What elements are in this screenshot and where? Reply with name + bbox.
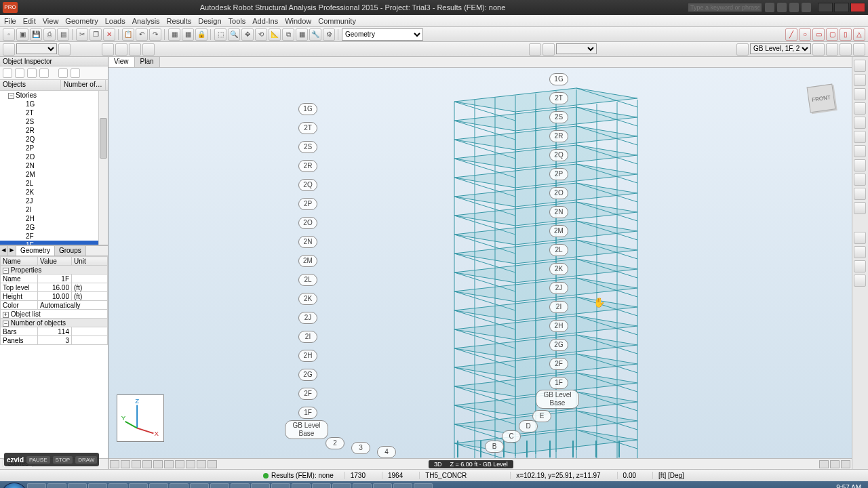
copy-icon[interactable]: ❐ [90, 28, 102, 41]
start-button[interactable] [3, 483, 26, 488]
calc-icon[interactable]: ▦ [296, 28, 308, 41]
select-icon[interactable] [542, 43, 555, 56]
tree-item[interactable]: 2P [0, 144, 108, 152]
view-btn4-icon[interactable] [853, 43, 865, 56]
vs-btn10[interactable] [208, 460, 217, 468]
oi-search-icon[interactable] [58, 68, 68, 78]
vs-right2[interactable] [830, 460, 840, 468]
cylinder-shape-icon[interactable]: ▯ [840, 28, 852, 41]
minimize-button[interactable] [818, 3, 833, 12]
maximize-button[interactable] [834, 3, 849, 12]
vs-btn9[interactable] [197, 460, 206, 468]
line-shape-icon[interactable]: ╱ [785, 28, 797, 41]
rt-load-icon[interactable] [854, 202, 866, 214]
settings-icon[interactable]: ⚙ [323, 28, 335, 41]
globe-icon[interactable] [789, 3, 799, 12]
prop-color-value[interactable]: Automatically [38, 301, 108, 310]
system-tray[interactable]: ▲ 9:57 AM 4/25/2015 [816, 484, 865, 488]
triangle-shape-icon[interactable]: △ [853, 28, 865, 41]
task-item[interactable] [27, 483, 46, 488]
props-h-value[interactable]: Value [38, 257, 72, 266]
geometry-select[interactable]: Geometry [342, 28, 423, 41]
help-context-icon[interactable] [58, 43, 71, 56]
menu-addins[interactable]: Add-Ins [252, 17, 278, 25]
task-item[interactable] [190, 483, 209, 488]
task-item[interactable] [149, 483, 168, 488]
level-icon[interactable] [736, 43, 749, 56]
tree-item-selected[interactable]: 1F [0, 241, 108, 245]
level-select[interactable]: GB Level, 1F, 2F, 2G… [750, 43, 811, 54]
tree-item[interactable]: 2R [0, 126, 108, 135]
save-icon[interactable]: 💾 [30, 28, 42, 41]
rt-thickness-icon[interactable] [854, 260, 866, 272]
rt-section-icon[interactable] [854, 246, 866, 258]
oi-tool1-icon[interactable] [3, 68, 12, 78]
object-tree[interactable]: −Stories 1G 2T 2S 2R 2Q 2P 2O 2N 2M 2L 2… [0, 91, 108, 245]
prop-objlist-label[interactable]: + Object list [1, 310, 108, 319]
task-item[interactable] [414, 483, 433, 488]
vs-btn5[interactable] [153, 460, 163, 468]
tab-view[interactable]: View [108, 57, 135, 67]
tree-item[interactable]: 2O [0, 152, 108, 161]
info-icon[interactable] [765, 3, 774, 12]
oi-tool2-icon[interactable] [15, 68, 24, 78]
prop-name-value[interactable]: 1F [38, 274, 72, 283]
prop-top-value[interactable]: 16.00 [38, 283, 72, 292]
task-item[interactable] [373, 483, 392, 488]
rt-wall-icon[interactable] [854, 131, 866, 143]
task-item[interactable] [231, 483, 250, 488]
orbit-icon[interactable]: ⟲ [255, 28, 267, 41]
tree-item[interactable]: 2M [0, 170, 108, 179]
tab-plan[interactable]: Plan [135, 57, 160, 67]
menu-window[interactable]: Window [285, 17, 311, 25]
task-item[interactable] [88, 483, 107, 488]
square-shape-icon[interactable]: ▢ [826, 28, 838, 41]
props-h-unit[interactable]: Unit [72, 257, 108, 266]
tree-item[interactable]: 2G [0, 223, 108, 232]
vs-right3[interactable] [841, 460, 850, 468]
vs-btn2[interactable] [121, 460, 130, 468]
oi-refresh-icon[interactable] [71, 68, 80, 78]
menu-community[interactable]: Community [318, 17, 356, 25]
tree-item[interactable]: 2J [0, 197, 108, 205]
menu-file[interactable]: File [4, 17, 16, 25]
measure-icon[interactable]: 📐 [269, 28, 281, 41]
task-item[interactable] [353, 483, 372, 488]
recorder-stop[interactable]: STOP [53, 456, 73, 464]
tree-item[interactable]: 1G [0, 100, 108, 108]
tree-item[interactable]: 2T [0, 108, 108, 117]
window-icon[interactable] [129, 43, 141, 56]
table-icon[interactable]: ▦ [168, 28, 180, 41]
menu-tools[interactable]: Tools [229, 17, 246, 25]
task-item[interactable] [47, 483, 66, 488]
recorder-pause[interactable]: PAUSE [26, 456, 50, 464]
rt-opening-icon[interactable] [854, 159, 866, 171]
section-icon[interactable]: ⧉ [282, 28, 294, 41]
layout-icon[interactable] [142, 43, 155, 56]
menu-view[interactable]: View [43, 17, 59, 25]
col-numberof[interactable]: Number of… [61, 80, 106, 90]
rt-column-icon[interactable] [854, 102, 866, 115]
menu-design[interactable]: Design [198, 17, 221, 25]
task-item[interactable] [393, 483, 412, 488]
tab-geometry[interactable]: Geometry [16, 246, 55, 256]
ezvid-recorder[interactable]: ezvid PAUSE STOP DRAW [4, 453, 99, 466]
lock-icon[interactable]: 🔒 [195, 28, 208, 41]
filter-select[interactable] [556, 43, 597, 54]
col-objects[interactable]: Objects [0, 80, 61, 90]
vs-btn1[interactable] [110, 460, 119, 468]
nav-cube-face[interactable]: FRONT [807, 84, 836, 113]
rt-slab-icon[interactable] [854, 145, 866, 157]
cursor-icon[interactable] [3, 43, 15, 56]
task-item[interactable] [312, 483, 331, 488]
menu-geometry[interactable]: Geometry [65, 17, 98, 25]
tree-item[interactable]: 2K [0, 188, 108, 197]
delete-icon[interactable]: ✕ [103, 28, 115, 41]
zoom-icon[interactable]: 🔍 [228, 28, 240, 41]
zoom-window-icon[interactable]: ⬚ [214, 28, 226, 41]
rt-panel-icon[interactable] [854, 117, 866, 129]
star-icon[interactable] [777, 3, 787, 12]
redo-icon[interactable]: ↷ [149, 28, 161, 41]
rt-beam-icon[interactable] [854, 88, 866, 100]
filter-icon[interactable] [529, 43, 541, 56]
